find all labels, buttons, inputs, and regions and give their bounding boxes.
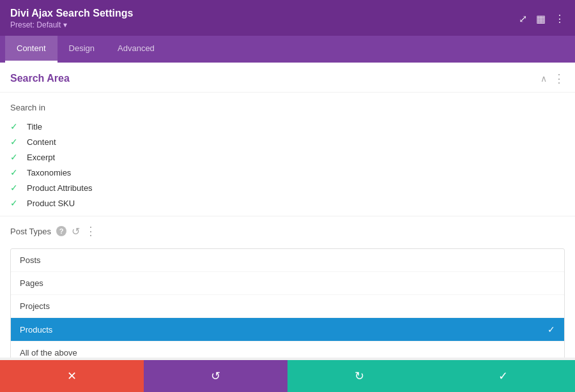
post-types-more-icon[interactable]: ⋮ [85, 224, 96, 238]
post-type-products[interactable]: Products ✓ [11, 318, 564, 342]
cancel-icon: ✕ [67, 369, 77, 383]
app-title: Divi Ajax Search Settings [10, 8, 133, 19]
product-attributes-label: Product Attributes [27, 183, 93, 193]
search-in-title[interactable]: ✓ Title [10, 119, 565, 134]
content-label: Content [27, 137, 56, 147]
taxonomies-label: Taxonomies [27, 168, 71, 177]
header-icons: ⤢ ▦ ⋮ [519, 13, 565, 25]
reset-icon: ↺ [211, 369, 220, 383]
expand-icon[interactable]: ⤢ [519, 13, 527, 25]
confirm-button[interactable]: ✓ [431, 360, 575, 392]
section-header-icons: ∧ ⋮ [540, 72, 565, 86]
product-sku-check-icon: ✓ [10, 198, 20, 208]
post-type-pages[interactable]: Pages [11, 272, 564, 295]
main-content: Search Area ∧ ⋮ Search in ✓ Title ✓ Cont… [0, 63, 575, 358]
search-in-content[interactable]: ✓ Content [10, 134, 565, 149]
preset-label: Preset: Default [10, 20, 61, 29]
columns-icon[interactable]: ▦ [536, 13, 546, 25]
post-types-help-icon[interactable]: ? [56, 226, 66, 236]
more-options-icon[interactable]: ⋮ [555, 13, 565, 25]
post-types-section: Post Types ? ↺ ⋮ Posts Pages Projects Pr… [0, 216, 575, 358]
confirm-icon: ✓ [498, 369, 508, 383]
excerpt-check-icon: ✓ [10, 152, 20, 162]
footer: ✕ ↺ ↻ ✓ [0, 360, 575, 392]
post-type-posts[interactable]: Posts [11, 249, 564, 272]
header-left: Divi Ajax Search Settings Preset: Defaul… [10, 8, 133, 29]
search-in-product-attributes[interactable]: ✓ Product Attributes [10, 180, 565, 195]
tab-content[interactable]: Content [5, 36, 57, 63]
reset-button[interactable]: ↺ [144, 360, 288, 392]
section-title: Search Area [10, 73, 70, 84]
title-label: Title [27, 122, 42, 132]
search-in-section: Search in ✓ Title ✓ Content ✓ Excerpt ✓ … [0, 93, 575, 216]
post-types-reset-icon[interactable]: ↺ [72, 225, 80, 237]
post-types-header: Post Types ? ↺ ⋮ [10, 224, 565, 243]
tab-design[interactable]: Design [57, 36, 106, 63]
search-in-product-sku[interactable]: ✓ Product SKU [10, 195, 565, 211]
products-check-mark: ✓ [548, 324, 555, 335]
cancel-button[interactable]: ✕ [0, 360, 144, 392]
title-check-icon: ✓ [10, 121, 20, 132]
preset-arrow: ▾ [63, 20, 67, 29]
post-type-all[interactable]: All of the above [11, 342, 564, 358]
search-in-label: Search in [10, 103, 565, 112]
search-in-taxonomies[interactable]: ✓ Taxonomies [10, 165, 565, 180]
post-types-label: Post Types [10, 227, 51, 236]
redo-icon: ↻ [355, 369, 364, 383]
scroll-area: Search Area ∧ ⋮ Search in ✓ Title ✓ Cont… [0, 63, 575, 358]
product-attributes-check-icon: ✓ [10, 183, 20, 193]
product-sku-label: Product SKU [27, 199, 75, 208]
tabs-bar: Content Design Advanced [0, 36, 575, 63]
section-header: Search Area ∧ ⋮ [0, 63, 575, 93]
collapse-icon[interactable]: ∧ [540, 73, 547, 84]
excerpt-label: Excerpt [27, 153, 55, 162]
preset-selector[interactable]: Preset: Default ▾ [10, 20, 133, 29]
content-check-icon: ✓ [10, 137, 20, 147]
post-types-list: Posts Pages Projects Products ✓ All of t… [10, 248, 565, 358]
tab-advanced[interactable]: Advanced [106, 36, 166, 63]
section-more-icon[interactable]: ⋮ [553, 72, 565, 86]
header: Divi Ajax Search Settings Preset: Defaul… [0, 0, 575, 36]
post-type-projects[interactable]: Projects [11, 295, 564, 318]
redo-button[interactable]: ↻ [288, 360, 431, 392]
taxonomies-check-icon: ✓ [10, 167, 20, 177]
search-in-excerpt[interactable]: ✓ Excerpt [10, 149, 565, 165]
